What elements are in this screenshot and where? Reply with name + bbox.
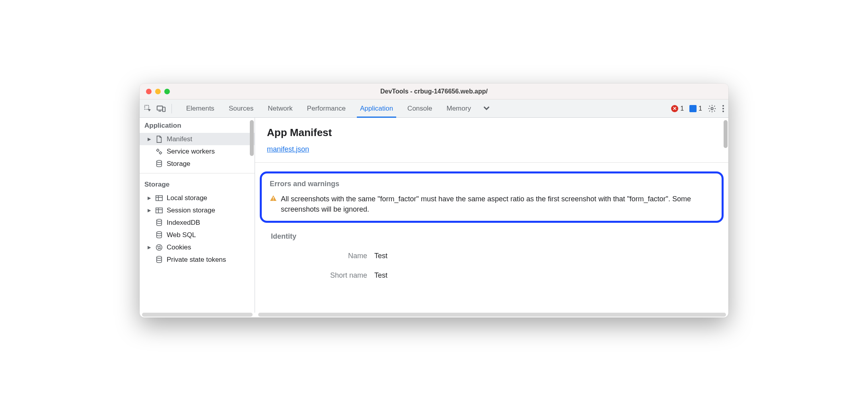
sidebar-item-web-sql[interactable]: ▸ Web SQL [140, 229, 255, 241]
tab-elements[interactable]: Elements [179, 99, 222, 117]
chevron-right-icon: ▸ [147, 206, 152, 214]
minimize-window-button[interactable] [155, 89, 161, 94]
database-icon [155, 256, 163, 264]
sidebar-item-label: Cookies [167, 243, 191, 251]
sidebar-item-private-state-tokens[interactable]: ▸ Private state tokens [140, 253, 255, 266]
errors-warnings-section: Errors and warnings All screenshots with… [260, 171, 724, 223]
svg-point-6 [722, 108, 724, 109]
devtools-toolbar: Elements Sources Network Performance App… [140, 99, 728, 118]
close-window-button[interactable] [146, 89, 152, 94]
identity-section: Identity Name Test Short name Test [267, 231, 716, 287]
sidebar-item-cookies[interactable]: ▸ Cookies [140, 241, 255, 253]
svg-point-21 [160, 246, 160, 247]
database-icon [155, 219, 163, 227]
tab-sources[interactable]: Sources [222, 99, 261, 117]
devtools-window: DevTools - crbug-1476656.web.app/ Elemen… [140, 84, 728, 317]
sidebar-scrollbar[interactable] [250, 120, 254, 156]
panel-tabs: Elements Sources Network Performance App… [179, 99, 495, 117]
kebab-menu-icon[interactable] [722, 105, 724, 113]
manifest-panel: App Manifest manifest.json Errors and wa… [255, 118, 728, 313]
sidebar-item-session-storage[interactable]: ▸ Session storage [140, 204, 255, 216]
field-label-short-name: Short name [271, 271, 374, 280]
svg-point-22 [158, 248, 159, 249]
error-count-badge[interactable]: ✕ 1 [671, 105, 684, 112]
svg-point-9 [160, 152, 162, 154]
page-title: App Manifest [267, 127, 716, 139]
tab-application[interactable]: Application [353, 99, 400, 117]
sidebar-item-local-storage[interactable]: ▸ Local storage [140, 192, 255, 204]
error-icon: ✕ [671, 105, 678, 112]
svg-point-23 [160, 247, 161, 248]
warning-message: All screenshots with the same "form_fact… [281, 194, 714, 214]
sidebar-item-label: Session storage [167, 206, 215, 214]
cookie-icon [155, 243, 163, 251]
svg-rect-11 [156, 195, 162, 200]
tab-console[interactable]: Console [400, 99, 439, 117]
svg-point-8 [157, 149, 159, 151]
database-icon [155, 160, 163, 168]
field-label-name: Name [271, 252, 374, 260]
message-count-badge[interactable]: 1 [689, 105, 702, 112]
svg-rect-3 [163, 107, 165, 111]
sidebar-item-service-workers[interactable]: ▸ Service workers [140, 145, 255, 158]
svg-rect-26 [273, 200, 274, 200]
section-heading-identity: Identity [271, 232, 712, 241]
database-icon [155, 231, 163, 239]
warning-icon [270, 194, 277, 214]
sidebar-item-indexeddb[interactable]: ▸ IndexedDB [140, 216, 255, 229]
sidebar-h-scrollbar[interactable] [142, 313, 253, 317]
field-value-name: Test [374, 252, 387, 260]
tab-performance[interactable]: Performance [300, 99, 353, 117]
message-icon [689, 105, 697, 112]
window-titlebar: DevTools - crbug-1476656.web.app/ [140, 84, 728, 99]
sidebar-item-label: Private state tokens [167, 256, 226, 264]
section-heading-errors: Errors and warnings [270, 180, 714, 188]
sidebar-item-label: Storage [167, 160, 191, 168]
gears-icon [155, 148, 163, 156]
table-icon [155, 194, 163, 202]
main-h-scrollbar[interactable] [258, 313, 726, 317]
sidebar-heading-application: Application [140, 118, 255, 133]
message-count: 1 [699, 105, 702, 112]
error-count: 1 [680, 105, 684, 112]
device-toolbar-icon[interactable] [156, 104, 166, 113]
sidebar-item-storage[interactable]: ▸ Storage [140, 158, 255, 170]
chevron-right-icon: ▸ [147, 135, 152, 143]
svg-point-5 [722, 105, 724, 107]
application-sidebar: Application ▸ Manifest ▸ S [140, 118, 255, 313]
inspect-element-icon[interactable] [144, 104, 152, 113]
svg-point-20 [158, 246, 158, 247]
file-icon [155, 135, 163, 143]
svg-point-17 [157, 219, 162, 221]
sidebar-heading-storage: Storage [140, 177, 255, 192]
table-icon [155, 206, 163, 214]
svg-rect-14 [156, 208, 162, 213]
svg-rect-1 [157, 106, 163, 110]
svg-point-18 [157, 232, 162, 234]
svg-point-19 [156, 244, 162, 250]
svg-point-24 [157, 256, 162, 258]
manifest-link[interactable]: manifest.json [267, 145, 309, 153]
more-tabs-button[interactable] [478, 99, 495, 117]
maximize-window-button[interactable] [164, 89, 170, 94]
svg-point-10 [157, 160, 162, 162]
sidebar-item-label: Manifest [167, 135, 192, 143]
tab-memory[interactable]: Memory [439, 99, 478, 117]
tab-network[interactable]: Network [261, 99, 300, 117]
chevron-right-icon: ▸ [147, 194, 152, 202]
sidebar-item-label: Web SQL [167, 231, 196, 239]
svg-point-4 [711, 107, 713, 110]
window-title: DevTools - crbug-1476656.web.app/ [140, 88, 728, 95]
svg-rect-25 [273, 197, 274, 199]
sidebar-item-label: Local storage [167, 194, 207, 202]
settings-icon[interactable] [708, 104, 716, 113]
field-value-short-name: Test [374, 271, 387, 280]
sidebar-item-label: Service workers [167, 148, 215, 156]
main-scrollbar[interactable] [724, 120, 728, 148]
svg-point-7 [722, 111, 724, 112]
sidebar-item-label: IndexedDB [167, 219, 200, 227]
horizontal-scrollbars [140, 313, 728, 317]
chevron-right-icon: ▸ [147, 243, 152, 251]
sidebar-item-manifest[interactable]: ▸ Manifest [140, 133, 255, 145]
